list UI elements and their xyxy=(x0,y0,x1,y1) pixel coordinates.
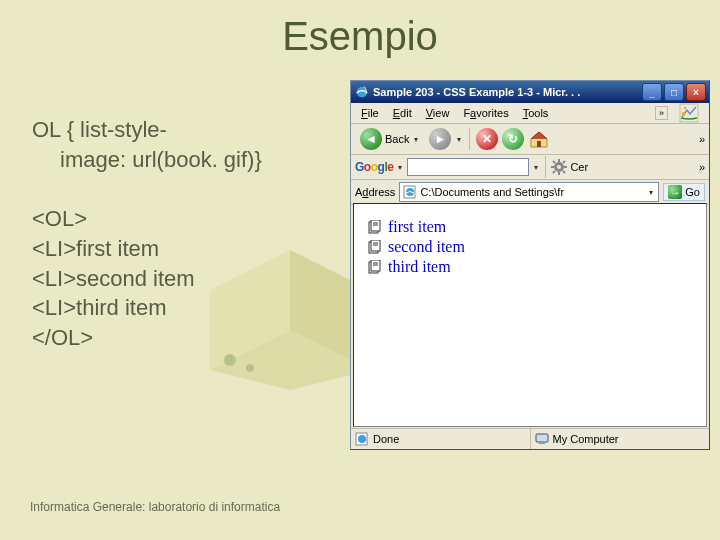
google-toolbar: Google ▾ ▾ Cer » xyxy=(351,155,709,180)
chevron-down-icon: ▾ xyxy=(412,135,420,144)
slide-title: Esempio xyxy=(0,14,720,59)
svg-rect-6 xyxy=(537,141,541,147)
refresh-button[interactable]: ↻ xyxy=(502,128,524,150)
address-label: Address xyxy=(355,186,395,198)
svg-rect-4 xyxy=(682,112,685,116)
back-button-label: Back xyxy=(385,133,409,145)
book-bullet-icon xyxy=(368,260,382,274)
done-icon xyxy=(355,432,369,446)
svg-point-32 xyxy=(358,435,366,443)
chevron-down-icon: ▾ xyxy=(396,163,404,172)
menu-file[interactable]: File xyxy=(355,105,385,121)
menubar: File Edit View Favorites Tools » xyxy=(351,103,709,124)
address-value: C:\Documents and Settings\fr xyxy=(420,186,564,198)
css-code-line: OL { list-style- xyxy=(32,115,342,145)
minimize-button[interactable]: _ xyxy=(642,83,662,101)
back-arrow-icon: ◄ xyxy=(360,128,382,150)
html-code-line: </OL> xyxy=(32,323,342,353)
status-done-text: Done xyxy=(373,433,399,445)
googlebar-more-button[interactable]: » xyxy=(699,161,705,173)
css-code-line: image: url(book. gif)} xyxy=(32,145,342,175)
ie-throbber-icon xyxy=(673,101,705,125)
address-bar: Address C:\Documents and Settings\fr ▾ →… xyxy=(351,180,709,205)
list-item-text: second item xyxy=(388,238,465,256)
google-logo: Google xyxy=(355,160,393,174)
html-code-line: <LI>second item xyxy=(32,264,342,294)
back-button[interactable]: ◄ Back ▾ xyxy=(355,125,425,153)
list-item-text: third item xyxy=(388,258,451,276)
go-arrow-icon: → xyxy=(668,185,682,199)
status-bar: Done My Computer xyxy=(351,428,709,449)
menu-tools[interactable]: Tools xyxy=(517,105,555,121)
titlebar: Sample 203 - CSS Example 1-3 - Micr. . .… xyxy=(351,81,709,103)
browser-window: Sample 203 - CSS Example 1-3 - Micr. . .… xyxy=(350,80,710,450)
gear-icon[interactable] xyxy=(551,159,567,175)
slide-footer: Informatica Generale: laboratorio di inf… xyxy=(30,500,280,514)
stop-button[interactable]: ✕ xyxy=(476,128,498,150)
page-content: first item second item third item xyxy=(353,203,707,427)
titlebar-text: Sample 203 - CSS Example 1-3 - Micr. . . xyxy=(373,86,580,98)
svg-rect-34 xyxy=(539,442,545,444)
svg-point-5 xyxy=(684,107,687,110)
svg-line-14 xyxy=(563,171,565,173)
book-bullet-icon xyxy=(368,220,382,234)
html-code-line: <OL> xyxy=(32,204,342,234)
svg-line-15 xyxy=(553,171,555,173)
status-zone-text: My Computer xyxy=(553,433,619,445)
separator xyxy=(545,156,546,178)
list-item: first item xyxy=(368,218,692,236)
book-bullet-icon xyxy=(368,240,382,254)
menu-favorites[interactable]: Favorites xyxy=(457,105,514,121)
my-computer-icon xyxy=(535,432,549,446)
code-sample-column: OL { list-style- image: url(book. gif)} … xyxy=(32,115,342,383)
forward-button[interactable]: ► xyxy=(429,128,451,150)
ie-page-icon xyxy=(403,185,417,199)
chevron-down-icon: ▾ xyxy=(532,163,540,172)
list-item-text: first item xyxy=(388,218,446,236)
toolbar-more-button[interactable]: » xyxy=(699,133,705,145)
close-button[interactable]: × xyxy=(686,83,706,101)
go-button-label: Go xyxy=(685,186,700,198)
google-cer-label[interactable]: Cer xyxy=(570,161,588,173)
toolbar: ◄ Back ▾ ► ▾ ✕ ↻ » xyxy=(351,124,709,155)
chevron-down-icon: ▾ xyxy=(647,188,655,197)
list-item: second item xyxy=(368,238,692,256)
html-code-line: <LI>first item xyxy=(32,234,342,264)
maximize-button[interactable]: □ xyxy=(664,83,684,101)
list-item: third item xyxy=(368,258,692,276)
menu-edit[interactable]: Edit xyxy=(387,105,418,121)
menu-view[interactable]: View xyxy=(420,105,456,121)
chevron-down-icon: ▾ xyxy=(455,135,463,144)
menu-more-button[interactable]: » xyxy=(655,106,668,120)
separator xyxy=(469,128,470,150)
svg-line-13 xyxy=(553,161,555,163)
svg-line-16 xyxy=(563,161,565,163)
ie-icon xyxy=(355,85,369,99)
svg-point-8 xyxy=(557,165,561,169)
html-code-line: <LI>third item xyxy=(32,293,342,323)
home-button[interactable] xyxy=(528,129,550,149)
address-input[interactable]: C:\Documents and Settings\fr ▾ xyxy=(399,182,659,202)
svg-rect-33 xyxy=(536,434,548,442)
go-button[interactable]: → Go xyxy=(663,183,705,201)
google-search-input[interactable] xyxy=(407,158,529,176)
